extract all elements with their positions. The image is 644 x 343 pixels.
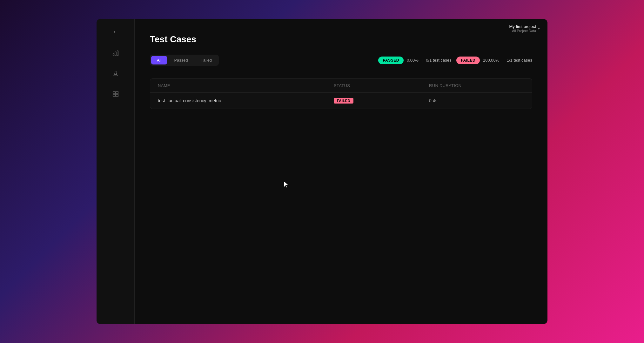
passed-badge: PASSED xyxy=(378,57,403,64)
column-header-name: Name xyxy=(158,83,334,88)
project-subtitle: All Project Data xyxy=(509,29,536,33)
table-row[interactable]: test_factual_consistency_metric FAILED 0… xyxy=(150,93,532,109)
failed-badge: FAILED xyxy=(456,57,480,64)
passed-percentage: 0.00% xyxy=(407,58,419,63)
failed-percentage: 100.00% xyxy=(483,58,499,63)
page-title: Test Cases xyxy=(150,34,532,44)
svg-rect-2 xyxy=(117,51,118,56)
filter-tab-failed[interactable]: Failed xyxy=(195,56,218,64)
row-name: test_factual_consistency_metric xyxy=(158,98,334,103)
report-icon xyxy=(112,91,119,98)
table-header: Name Status Run Duration xyxy=(150,79,532,93)
filter-tabs: All Passed Failed xyxy=(150,55,219,66)
passed-stat-group: PASSED 0.00% | 0/1 test cases xyxy=(378,57,451,64)
sidebar-item-reports[interactable] xyxy=(108,86,123,102)
svg-rect-5 xyxy=(116,91,118,94)
sidebar: ← xyxy=(97,19,135,324)
sidebar-item-analytics[interactable] xyxy=(108,46,123,61)
svg-rect-0 xyxy=(113,53,114,56)
column-header-status: Status xyxy=(334,83,429,88)
project-info[interactable]: My first project All Project Data xyxy=(509,24,536,33)
svg-rect-6 xyxy=(113,94,115,97)
test-cases-table: Name Status Run Duration test_factual_co… xyxy=(150,78,532,109)
failed-stat-group: FAILED 100.00% | 1/1 test cases xyxy=(456,57,532,64)
failed-separator: | xyxy=(502,58,503,63)
failed-count: 1/1 test cases xyxy=(507,58,532,63)
status-badge: FAILED xyxy=(334,98,353,104)
flask-icon xyxy=(112,70,119,77)
svg-rect-7 xyxy=(116,94,118,97)
project-name: My first project xyxy=(509,24,536,29)
filter-tab-all[interactable]: All xyxy=(151,56,167,64)
row-duration: 0.4s xyxy=(429,98,524,103)
back-button[interactable]: ← xyxy=(109,25,122,38)
sidebar-item-experiments[interactable] xyxy=(108,66,123,81)
filter-tab-passed[interactable]: Passed xyxy=(168,56,193,64)
back-arrow-icon: ← xyxy=(113,29,118,35)
column-header-run-duration: Run Duration xyxy=(429,83,524,88)
svg-rect-1 xyxy=(115,52,116,56)
passed-separator: | xyxy=(422,58,423,63)
main-content: Test Cases All Passed Failed PASSED 0.00… xyxy=(135,19,547,324)
row-status: FAILED xyxy=(334,98,429,104)
passed-count: 0/1 test cases xyxy=(426,58,451,63)
stats-row: PASSED 0.00% | 0/1 test cases FAILED 100… xyxy=(378,57,532,64)
filter-bar: All Passed Failed PASSED 0.00% | 0/1 tes… xyxy=(150,55,532,66)
chevron-down-icon: ▾ xyxy=(538,26,540,31)
top-bar: My first project All Project Data ▾ xyxy=(501,19,547,38)
svg-rect-4 xyxy=(113,91,115,94)
bar-chart-icon xyxy=(112,50,119,57)
